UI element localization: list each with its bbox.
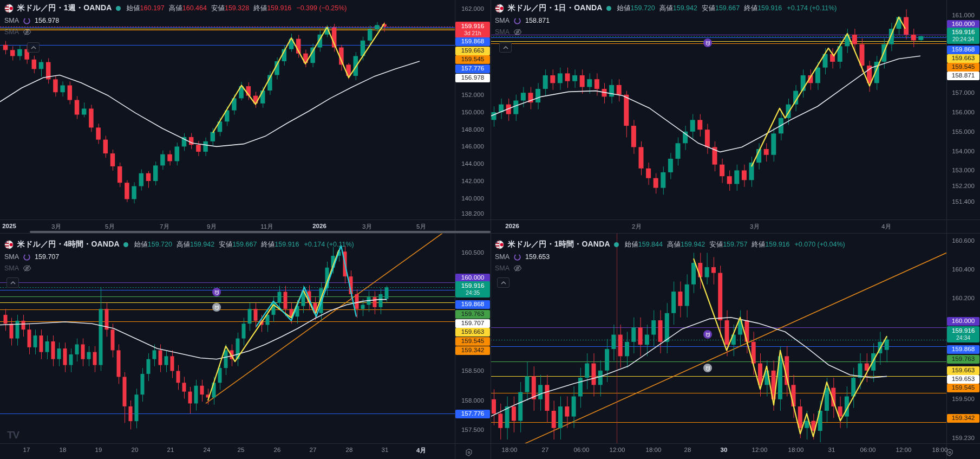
price-tick-label: 160.400 [946,266,980,273]
indicator-row-sma[interactable]: SMA 159.653 [495,251,845,262]
ohlc-readout: 始値160.197 高値160.464 安値159.328 終値159.916 [127,4,292,13]
time-tick-label: 2月 [632,223,642,231]
price-scale-1h[interactable]: 160.600160.400160.200159.500159.230 160.… [946,0,980,459]
legend-daily: 米ドル／円・1日・OANDA 始値159.720 高値159.942 安値159… [495,3,837,37]
price-badge: 159.91624:35 [455,281,490,298]
chart-title[interactable]: 米ドル／円・1週・OANDA [17,3,112,13]
time-tick-label: 18:00 [646,447,662,453]
open-value: 159.844 [638,241,663,248]
legend-weekly: 米ドル／円・1週・OANDA 始値160.197 高値160.464 安値159… [4,3,347,37]
price-badge: 159.663 [455,328,490,337]
sma-value: 159.707 [35,253,59,261]
chevron-up-icon [10,281,16,285]
price-tick-label: 158.000 [455,397,491,404]
price-tick-label: 158.500 [455,367,491,374]
time-tick-label: 12:00 [896,447,912,453]
chevron-up-icon [501,281,506,285]
market-status-dot [123,242,128,247]
eye-off-icon[interactable] [513,28,522,36]
change-value: +0.174 (+0.11%) [304,241,354,248]
time-tick-label: 31 [828,447,835,453]
symbol-row[interactable]: 米ドル／円・1時間・OANDA 始値159.844 高値159.942 安値15… [495,239,845,250]
sma-value: 156.978 [35,17,59,24]
chart-title[interactable]: 米ドル／円・4時間・OANDA [17,240,120,249]
symbol-row[interactable]: 米ドル／円・4時間・OANDA 始値159.720 高値159.942 安値15… [4,239,354,250]
indicator-loading-icon [513,253,521,261]
chevron-up-icon [503,46,508,49]
high-value: 160.464 [182,4,207,12]
price-badge: 159.653 [947,375,979,384]
indicator-row-sma-hidden[interactable]: SMA [495,263,845,273]
indicator-row-sma-hidden[interactable]: SMA [495,27,837,37]
collapse-legend-button[interactable] [27,42,40,53]
symbol-row[interactable]: 米ドル／円・1週・OANDA 始値160.197 高値160.464 安値159… [4,3,347,14]
price-badge: 159.663 [947,366,979,375]
alert-marker-icon[interactable] [703,364,712,372]
time-tick-label: 4月 [881,223,891,231]
price-badge: 159.763 [947,355,979,364]
indicator-loading-icon [23,17,31,25]
alert-marker-icon[interactable] [703,330,712,339]
multichart-layout: 米ドル／円・1週・OANDA 始値160.197 高値160.464 安値159… [0,0,980,459]
open-value: 160.197 [140,4,165,12]
time-tick-label: 30 [721,447,728,453]
chart-title[interactable]: 米ドル／円・1日・OANDA [508,3,603,13]
close-value: 159.916 [275,241,299,248]
low-value: 159.757 [723,241,747,248]
ohlc-readout: 始値159.844 高値159.942 安値159.757 終値159.916 [625,240,790,249]
collapse-legend-button[interactable] [6,277,19,288]
eye-off-icon[interactable] [23,28,31,36]
low-value: 159.667 [232,241,257,248]
legend-4h: 米ドル／円・4時間・OANDA 始値159.720 高値159.942 安値15… [4,239,354,273]
chevron-up-icon [31,46,36,49]
alert-marker-icon[interactable] [212,303,221,312]
price-scale-4h[interactable]: 160.500158.500158.000157.500 160.000159.… [455,0,491,459]
indicator-loading-icon [513,17,521,25]
change-value: +0.070 (+0.04%) [795,241,845,248]
alert-marker-icon[interactable] [212,288,221,296]
price-badge: 159.342 [455,346,490,355]
market-status-dot [614,242,619,247]
price-badge: 159.545 [455,337,490,346]
time-tick-label: 18:00 [788,447,804,453]
price-tick-label: 160.600 [946,237,980,244]
high-value: 159.942 [190,241,214,248]
market-status-dot [116,6,121,11]
open-value: 159.720 [631,4,655,12]
high-value: 159.942 [681,241,705,248]
collapse-legend-button[interactable] [497,277,509,288]
time-tick-label: 12:00 [610,447,625,453]
scale-settings-icon[interactable] [945,448,955,457]
high-value: 159.942 [673,4,697,12]
change-value: −0.399 (−0.25%) [296,4,347,12]
time-tick-label: 2026 [505,223,519,229]
symbol-row[interactable]: 米ドル／円・1日・OANDA 始値159.720 高値159.942 安値159… [495,3,837,14]
chart-title[interactable]: 米ドル／円・1時間・OANDA [508,240,610,249]
low-value: 159.328 [225,4,249,12]
close-value: 159.916 [267,4,291,12]
symbol-flag-icon [4,4,14,13]
price-tick-label: 157.500 [455,426,491,433]
price-tick-label: 159.500 [946,396,980,402]
indicator-row-sma-hidden[interactable]: SMA [4,27,347,37]
legend-1h: 米ドル／円・1時間・OANDA 始値159.844 高値159.942 安値15… [495,239,845,273]
indicator-row-sma[interactable]: SMA 159.707 [4,251,354,262]
symbol-flag-icon [4,240,14,249]
collapse-legend-button[interactable] [499,42,512,53]
sma-value: 158.871 [525,17,550,24]
time-tick-label: 27 [542,447,549,453]
market-status-dot [606,6,611,11]
eye-off-icon[interactable] [513,264,522,273]
alert-marker-icon[interactable] [703,38,712,47]
price-badge: 159.707 [455,319,490,328]
price-badge: 159.91624:34 [947,326,979,342]
indicator-row-sma[interactable]: SMA 156.978 [4,15,347,26]
sma-value: 159.653 [525,253,550,261]
indicator-row-sma[interactable]: SMA 158.871 [495,15,837,26]
scale-settings-icon[interactable] [464,448,474,457]
time-tick-label: 18:00 [502,447,518,453]
tradingview-watermark: TV [7,429,19,441]
indicator-row-sma-hidden[interactable]: SMA [4,263,354,273]
eye-off-icon[interactable] [23,264,31,273]
change-value: +0.174 (+0.11%) [787,4,837,12]
